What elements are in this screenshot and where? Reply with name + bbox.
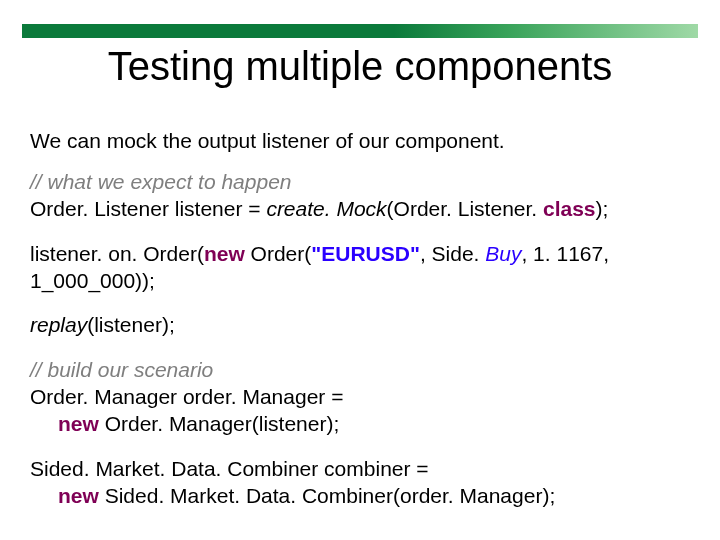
code-block-3: replay(listener); bbox=[30, 312, 690, 339]
code-line: Order. Listener listener = create. Mock(… bbox=[30, 196, 690, 223]
slide-content: We can mock the output listener of our c… bbox=[30, 128, 690, 528]
code-text: , Side. bbox=[420, 242, 485, 265]
code-line: new Sided. Market. Data. Combiner(order.… bbox=[30, 483, 690, 510]
code-text: replay bbox=[30, 313, 87, 336]
code-line: listener. on. Order(new Order("EURUSD", … bbox=[30, 241, 690, 295]
code-block-5: Sided. Market. Data. Combiner combiner =… bbox=[30, 456, 690, 510]
keyword: new bbox=[204, 242, 251, 265]
code-line: Order. Manager order. Manager = bbox=[30, 384, 690, 411]
slide-title: Testing multiple components bbox=[0, 44, 720, 89]
code-text: (listener); bbox=[87, 313, 175, 336]
slide: Testing multiple components We can mock … bbox=[0, 0, 720, 540]
code-text: ); bbox=[596, 197, 609, 220]
code-comment: // what we expect to happen bbox=[30, 170, 292, 193]
code-text: Order. Manager order. Manager = bbox=[30, 385, 343, 408]
code-text: create. Mock bbox=[266, 197, 386, 220]
intro-text: We can mock the output listener of our c… bbox=[30, 128, 690, 155]
code-block-2: listener. on. Order(new Order("EURUSD", … bbox=[30, 241, 690, 295]
code-text: listener. on. Order( bbox=[30, 242, 204, 265]
code-line: Sided. Market. Data. Combiner combiner = bbox=[30, 456, 690, 483]
code-area: // what we expect to happen Order. Liste… bbox=[30, 169, 690, 510]
header-bar bbox=[22, 24, 698, 38]
code-text: Order. Manager(listener); bbox=[105, 412, 340, 435]
field-ref: Buy bbox=[485, 242, 521, 265]
code-comment: // build our scenario bbox=[30, 358, 213, 381]
keyword: new bbox=[58, 412, 105, 435]
keyword: new bbox=[58, 484, 105, 507]
code-block-1: // what we expect to happen Order. Liste… bbox=[30, 169, 690, 223]
code-text: (Order. Listener. bbox=[387, 197, 543, 220]
code-block-4: // build our scenario Order. Manager ord… bbox=[30, 357, 690, 438]
code-line: new Order. Manager(listener); bbox=[30, 411, 690, 438]
code-text: Sided. Market. Data. Combiner(order. Man… bbox=[105, 484, 556, 507]
string-literal: "EURUSD" bbox=[311, 242, 420, 265]
keyword: class bbox=[543, 197, 596, 220]
code-text: Order( bbox=[251, 242, 312, 265]
code-line: replay(listener); bbox=[30, 312, 690, 339]
code-text: Sided. Market. Data. Combiner combiner = bbox=[30, 457, 429, 480]
code-text: Order. Listener listener = bbox=[30, 197, 266, 220]
